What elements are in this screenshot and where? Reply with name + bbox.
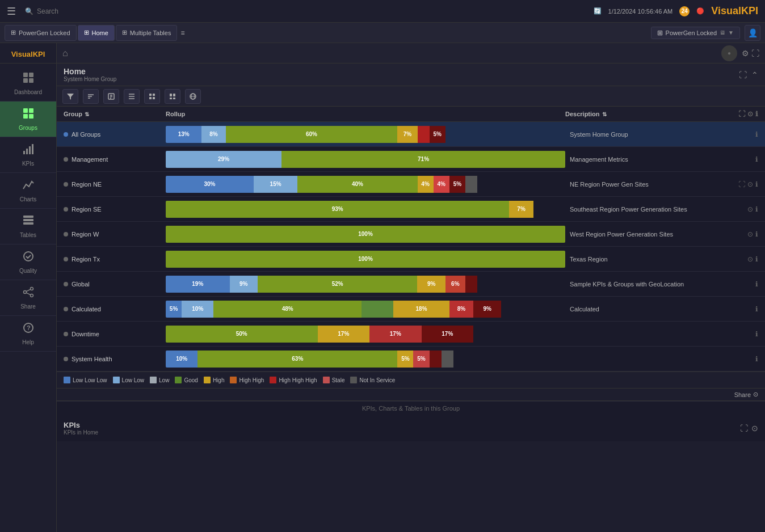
user-icon: 👤 [748,28,758,37]
legend-item-low: Low [150,377,169,383]
row-desc: Sample KPIs & Groups with GeoLocation [565,281,724,288]
page-expand-icon[interactable]: ⛶ [739,70,747,79]
sidebar-item-help[interactable]: ? Help [0,316,56,352]
row-info-icon[interactable]: ℹ [755,255,758,263]
sidebar-item-share[interactable]: Share [0,280,56,316]
expand-icon[interactable]: ⛶ [751,49,759,58]
row-globe-icon[interactable]: ⊙ [747,230,753,238]
bar-red: 5% [413,351,429,368]
sidebar-item-dashboard[interactable]: Dashboard [0,66,56,102]
row-info-icon[interactable]: ℹ [755,130,758,138]
row-info-icon[interactable]: ℹ [755,155,758,163]
sort-btn[interactable] [83,89,99,104]
legend-label-lowlowlow: Low Low Low [73,377,107,383]
user-icon-btn[interactable]: 👤 [745,25,760,41]
row-info-icon[interactable]: ℹ [755,230,758,238]
kpis-title: KPIs [64,421,98,429]
row-info-icon[interactable]: ℹ [755,305,758,313]
refresh-icon[interactable]: 🔄 [594,7,602,15]
table-row: Region W 100% West Region Power Generati… [57,222,765,247]
row-name: Calculated [72,306,101,313]
bar-blue: 10% [166,351,197,368]
bar-blue: 13% [166,126,201,143]
bar-lightblue: 9% [230,276,258,293]
page-collapse-icon[interactable]: ⌃ [751,70,758,79]
sidebar-item-tables[interactable]: Tables [0,209,56,244]
header-dropdown-label: PowerGen Locked [666,29,717,36]
row-dot [64,207,68,212]
kpis-subtitle: KPIs in Home [64,429,98,436]
sidebar-item-kpis[interactable]: KPIs [0,137,56,173]
row-globe-icon[interactable]: ⊙ [747,180,753,188]
row-info-icon[interactable]: ℹ [755,355,758,363]
sidebar-logo: VisualKPI [0,45,56,64]
grid-btn[interactable] [144,89,160,104]
bar-olive: 63% [197,351,397,368]
kpis-external-icon[interactable]: ⊙ [751,424,758,433]
row-info-icon[interactable]: ℹ [755,205,758,213]
row-info-icon[interactable]: ℹ [755,180,758,188]
row-desc: Southeast Region Power Generation Sites [565,206,724,213]
settings-icon[interactable]: ⚙ [742,49,749,58]
row-desc: NE Region Power Gen Sites [565,181,724,188]
row-info-icon[interactable]: ℹ [755,330,758,338]
svg-rect-11 [32,144,33,154]
row-globe-icon[interactable]: ⊙ [747,255,753,263]
filter-btn[interactable] [62,89,78,104]
list-btn[interactable] [124,89,140,104]
card-btn[interactable] [165,89,180,104]
row-info-icon[interactable]: ℹ [755,280,758,288]
bar-darkred [430,351,442,368]
tab-home[interactable]: ⊞ Home [78,25,115,41]
legend-label-notinservice: Not In Service [359,377,395,383]
tables-icon [22,214,35,230]
page-title-bar: Home System Home Group ⛶ ⌃ [57,64,765,86]
search-bar[interactable]: 🔍 Search [25,7,58,15]
loading-indicator: ● [721,45,737,61]
tab-powergen-icon: ⊞ [11,29,16,36]
section-divider: KPIs, Charts & Tables in this Group [57,401,765,415]
sidebar-item-kpis-label: KPIs [22,161,34,167]
tab-powergen[interactable]: ⊞ PowerGen Locked [5,25,77,41]
alert-badge[interactable]: 24 [679,6,690,16]
row-dot [64,157,68,162]
hamburger-menu[interactable]: ☰ [7,5,16,18]
kpis-expand-icon[interactable]: ⛶ [740,424,748,433]
desc-sort-icon[interactable]: ⇅ [602,111,607,117]
sidebar-item-dashboard-label: Dashboard [14,89,42,95]
header-dropdown-arrow: ▼ [728,29,734,36]
alert-icon[interactable]: 🔴 [696,7,704,15]
tab-multiple[interactable]: ⊞ Multiple Tables [116,25,178,41]
legend-color-lowlowlow [64,377,70,383]
row-globe-icon[interactable]: ⊙ [747,205,753,213]
geo-btn[interactable] [185,89,201,104]
edit-btn[interactable] [103,89,119,104]
kpis-icon [22,143,35,158]
bar-olive: 52% [258,276,418,293]
tab-menu-icon[interactable]: ≡ [180,29,184,37]
group-sort-icon[interactable]: ⇅ [85,111,89,117]
share-button[interactable]: Share ⊙ [734,391,758,398]
bar-olive: 71% [281,151,565,168]
legend-label-high: High [213,377,225,383]
legend-item-highhighhigh: High High High [270,377,317,383]
svg-rect-35 [153,94,155,96]
row-external-icon[interactable]: ⛶ [738,180,745,188]
header-dropdown[interactable]: ⊞ PowerGen Locked 🖥 ▼ [651,27,740,39]
table-row: Management 29% 71% Management Metrics ℹ [57,147,765,172]
top-bar: ☰ 🔍 Search 🔄 1/12/2024 10:56:46 AM 24 🔴 … [0,0,765,23]
bar-gray [465,176,477,193]
row-name: Region W [72,231,99,238]
sidebar-item-charts[interactable]: Charts [0,173,56,209]
bar-lightblue: 8% [201,126,225,143]
sidebar-item-groups[interactable]: Groups [0,102,56,137]
svg-rect-13 [23,219,33,221]
sidebar-item-quality[interactable]: Quality [0,244,56,280]
kpis-section: KPIs KPIs in Home ⛶ ⊙ [57,415,765,441]
svg-rect-12 [23,216,33,218]
timestamp: 1/12/2024 10:56:46 AM [608,8,673,15]
home-breadcrumb-icon[interactable]: ⌂ [62,48,68,58]
bar-olive: 50% [166,326,318,343]
kpis-controls: ⛶ ⊙ [740,424,758,433]
col-external-icon: ⛶ [738,110,745,118]
